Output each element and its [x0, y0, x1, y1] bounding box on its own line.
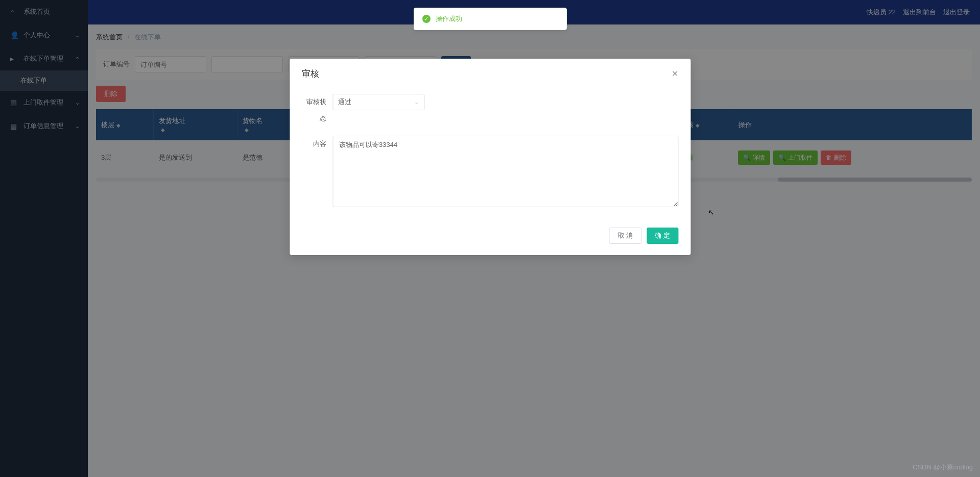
confirm-button[interactable]: 确 定	[647, 228, 678, 244]
dialog-header: 审核 ✕	[290, 59, 690, 89]
dialog-title: 审核	[302, 68, 319, 80]
check-icon: ✓	[422, 15, 431, 23]
dialog-footer: 取 消 确 定	[290, 221, 690, 255]
close-icon[interactable]: ✕	[672, 69, 678, 79]
content-textarea[interactable]	[332, 136, 678, 207]
watermark: CSDN @小蔡coding	[913, 463, 973, 472]
form-row-status: 审核状态 通过 ⌄	[302, 94, 678, 127]
chevron-down-icon: ⌄	[414, 99, 419, 106]
form-label-content: 内容	[302, 136, 332, 152]
cancel-button[interactable]: 取 消	[609, 228, 642, 244]
form-label-status: 审核状态	[302, 94, 332, 127]
toast-text: 操作成功	[436, 14, 462, 23]
select-value: 通过	[338, 97, 351, 107]
success-toast: ✓ 操作成功	[414, 8, 567, 30]
status-select[interactable]: 通过 ⌄	[332, 94, 424, 110]
review-dialog: 审核 ✕ 审核状态 通过 ⌄ 内容 取 消 确 定	[290, 59, 690, 255]
form-row-content: 内容	[302, 136, 678, 207]
dialog-body: 审核状态 通过 ⌄ 内容	[290, 89, 690, 221]
